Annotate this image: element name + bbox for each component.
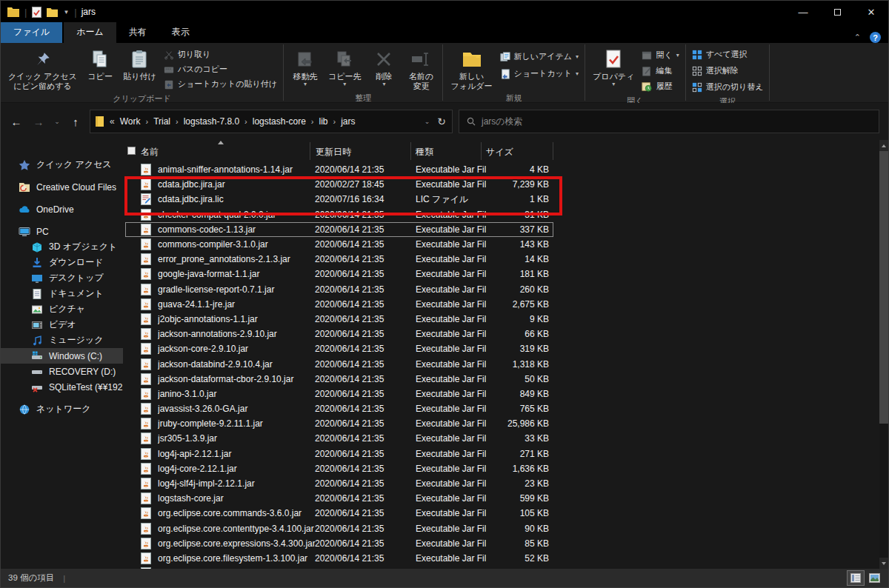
breadcrumb-segment[interactable]: logstash-core <box>249 116 310 127</box>
file-row[interactable]: org.eclipse.core.commands-3.6.0.jar2020/… <box>123 506 879 521</box>
sidebar-item-3d-objects[interactable]: 3D オブジェクト <box>1 239 123 255</box>
address-dropdown-icon[interactable]: ⌄ <box>424 118 430 125</box>
vertical-scrollbar[interactable] <box>879 140 888 569</box>
select-all-checkbox[interactable] <box>127 147 136 155</box>
tab-file[interactable]: ファイル <box>1 22 62 43</box>
column-divider[interactable] <box>310 142 310 160</box>
cut-button[interactable]: 切り取り <box>164 48 277 61</box>
qat-customize-icon[interactable]: ▼ <box>63 9 69 16</box>
back-button[interactable]: ← <box>8 116 24 128</box>
file-row[interactable]: jackson-core-2.9.10.jar2020/06/14 21:35E… <box>123 341 879 356</box>
edit-button[interactable]: 編集 <box>642 64 679 77</box>
file-row[interactable]: logstash-core.jar2020/06/14 21:35Executa… <box>123 491 879 506</box>
delete-button[interactable]: 削除 ▾ <box>365 46 402 88</box>
file-row[interactable]: cdata.jdbc.jira.jar2020/02/27 18:45Execu… <box>123 177 879 192</box>
properties-button[interactable]: プロパティ ▾ <box>588 46 639 88</box>
column-header-type[interactable]: 種類 <box>416 146 433 158</box>
sidebar-item-videos[interactable]: ビデオ <box>1 317 123 333</box>
address-bar[interactable]: « Work›Trial›logstash-7.8.0›logstash-cor… <box>90 110 453 133</box>
open-button[interactable]: 開く ▾ <box>642 49 679 61</box>
file-row[interactable]: animal-sniffer-annotations-1.14.jar2020/… <box>123 162 879 177</box>
file-row-partial[interactable] <box>123 566 879 569</box>
sidebar-item-recovery-d[interactable]: RECOVERY (D:) <box>1 364 123 379</box>
help-icon[interactable]: ? <box>870 32 881 43</box>
breadcrumb-segment[interactable]: jars <box>337 116 359 127</box>
new-item-button[interactable]: 新しいアイテム ▾ <box>500 50 579 63</box>
file-row[interactable]: log4j-slf4j-impl-2.12.1.jar2020/06/14 21… <box>123 476 879 491</box>
thumbnail-view-button[interactable] <box>866 571 882 585</box>
minimize-button[interactable]: — <box>786 1 820 23</box>
file-row[interactable]: org.eclipse.core.expressions-3.4.300.jar… <box>123 536 879 551</box>
breadcrumb-chevron-icon[interactable]: › <box>244 117 247 126</box>
recent-locations-icon[interactable]: ⌄ <box>53 118 61 125</box>
file-row[interactable]: jruby-complete-9.2.11.1.jar2020/06/14 21… <box>123 416 879 431</box>
tab-view[interactable]: 表示 <box>159 22 202 43</box>
close-button[interactable]: ✕ <box>854 1 888 23</box>
sidebar-item-network[interactable]: ネットワーク <box>1 401 123 417</box>
column-header-name[interactable]: 名前 <box>141 146 159 158</box>
tab-home[interactable]: ホーム <box>64 22 116 43</box>
move-to-button[interactable]: 移動先 ▾ <box>287 46 324 88</box>
paste-shortcut-button[interactable]: ショートカットの貼り付け <box>164 78 277 90</box>
file-row[interactable]: jackson-databind-2.9.10.4.jar2020/06/14 … <box>123 356 879 371</box>
scroll-down-icon[interactable] <box>879 558 888 569</box>
maximize-button[interactable] <box>820 1 854 23</box>
qat-new-folder-icon[interactable] <box>47 7 58 17</box>
collapse-ribbon-icon[interactable]: ⌃ <box>854 33 861 42</box>
copy-path-button[interactable]: パスのコピー <box>164 63 277 76</box>
sidebar-item-downloads[interactable]: ダウンロード <box>1 255 123 270</box>
sidebar-item-windows-c[interactable]: Windows (C:) <box>1 348 123 364</box>
breadcrumb-segment[interactable]: Work <box>116 116 144 127</box>
file-row[interactable]: error_prone_annotations-2.1.3.jar2020/06… <box>123 252 879 267</box>
select-all-button[interactable]: すべて選択 <box>692 48 764 61</box>
breadcrumb-chevron-icon[interactable]: › <box>311 117 314 126</box>
column-divider[interactable] <box>410 142 411 160</box>
breadcrumb-chevron-icon[interactable]: › <box>145 117 148 126</box>
breadcrumb-overflow-icon[interactable]: « <box>108 116 116 127</box>
file-row[interactable]: checker-compat-qual-2.0.0.jar2020/06/14 … <box>123 207 879 222</box>
search-box[interactable]: jarsの検索 <box>459 110 879 133</box>
file-row[interactable]: org.eclipse.core.filesystem-1.3.100.jar2… <box>123 551 879 566</box>
file-row[interactable]: janino-3.1.0.jar2020/06/14 21:35Executab… <box>123 387 879 401</box>
file-row[interactable]: guava-24.1.1-jre.jar2020/06/14 21:35Exec… <box>123 297 879 312</box>
file-row[interactable]: jackson-dataformat-cbor-2.9.10.jar2020/0… <box>123 372 879 387</box>
file-row[interactable]: j2objc-annotations-1.1.jar2020/06/14 21:… <box>123 312 879 327</box>
paste-button[interactable]: 貼り付け <box>119 46 161 82</box>
rename-button[interactable]: 名前の変更 <box>402 46 439 92</box>
column-divider[interactable] <box>553 142 553 160</box>
breadcrumb-chevron-icon[interactable]: › <box>176 117 179 126</box>
column-header-size[interactable]: サイズ <box>486 146 513 158</box>
up-button[interactable]: ↑ <box>67 116 84 128</box>
sidebar-item-music[interactable]: ミュージック <box>1 333 123 348</box>
file-row[interactable]: org.eclipse.core.contenttype-3.4.100.jar… <box>123 521 879 536</box>
file-row[interactable]: google-java-format-1.1.jar2020/06/14 21:… <box>123 267 879 281</box>
breadcrumb-segment[interactable]: lib <box>315 116 331 127</box>
scrollbar-thumb[interactable] <box>879 151 888 424</box>
tab-share[interactable]: 共有 <box>116 22 159 43</box>
forward-button[interactable]: → <box>30 116 47 128</box>
file-row[interactable]: jackson-annotations-2.9.10.jar2020/06/14… <box>123 327 879 341</box>
details-view-button[interactable] <box>848 571 864 585</box>
copy-to-button[interactable]: コピー先 ▾ <box>324 46 366 88</box>
file-row[interactable]: log4j-core-2.12.1.jar2020/06/14 21:35Exe… <box>123 461 879 476</box>
scroll-up-icon[interactable] <box>879 140 888 151</box>
select-none-button[interactable]: 選択解除 <box>692 64 764 77</box>
sidebar-item-onedrive[interactable]: OneDrive <box>1 201 123 217</box>
sidebar-item-sqlitetest[interactable]: SQLiteTest (¥¥192.16 <box>1 379 123 395</box>
sidebar-item-pictures[interactable]: ピクチャ <box>1 301 123 317</box>
file-row[interactable]: javassist-3.26.0-GA.jar2020/06/14 21:35E… <box>123 401 879 416</box>
column-divider[interactable] <box>481 142 482 160</box>
column-header-date[interactable]: 更新日時 <box>316 146 351 158</box>
sidebar-item-desktop[interactable]: デスクトップ <box>1 270 123 286</box>
history-button[interactable]: 履歴 <box>642 80 679 93</box>
refresh-icon[interactable]: ↻ <box>437 116 446 127</box>
file-row[interactable]: jsr305-1.3.9.jar2020/06/14 21:35Executab… <box>123 431 879 446</box>
new-folder-button[interactable]: 新しいフォルダー <box>446 46 496 92</box>
sidebar-item-pc[interactable]: PC <box>1 224 123 239</box>
sidebar-item-documents[interactable]: ドキュメント <box>1 286 123 301</box>
breadcrumb-segment[interactable]: Trial <box>150 116 174 127</box>
breadcrumb-segment[interactable]: logstash-7.8.0 <box>180 116 243 127</box>
shortcut-button[interactable]: ショートカット ▾ <box>500 67 579 80</box>
file-row[interactable]: log4j-api-2.12.1.jar2020/06/14 21:35Exec… <box>123 447 879 461</box>
copy-button[interactable]: コピー <box>81 46 119 82</box>
